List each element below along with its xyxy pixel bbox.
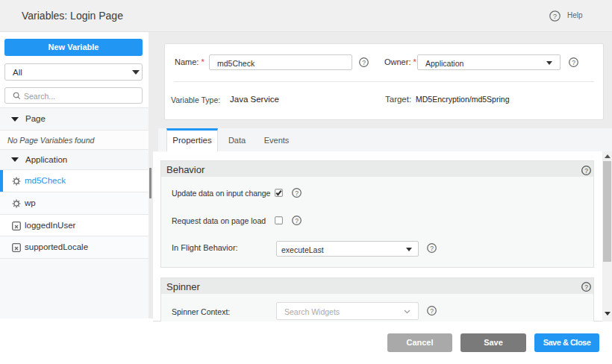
- svg-text:?: ?: [430, 307, 434, 315]
- svg-text:?: ?: [572, 59, 575, 66]
- svg-text:?: ?: [295, 189, 299, 197]
- svg-text:?: ?: [295, 217, 299, 225]
- svg-text:?: ?: [362, 59, 366, 66]
- svg-text:?: ?: [584, 283, 588, 291]
- svg-text:?: ?: [430, 245, 434, 252]
- svg-text:?: ?: [584, 167, 588, 175]
- svg-text:?: ?: [553, 12, 557, 20]
